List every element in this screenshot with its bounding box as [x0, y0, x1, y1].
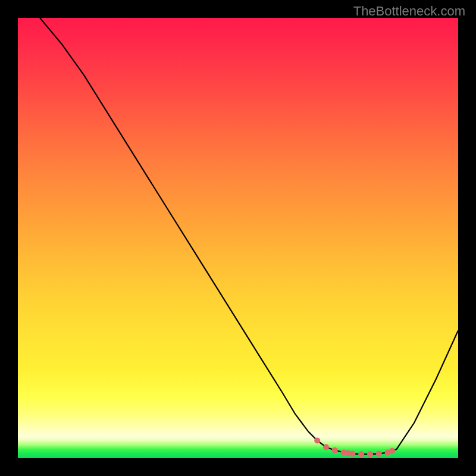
chart-svg — [18, 18, 458, 458]
optimal-marker-dot — [314, 437, 320, 443]
optimal-markers — [314, 437, 395, 457]
optimal-marker-dot — [367, 451, 373, 457]
optimal-marker-dot — [376, 451, 382, 457]
bottleneck-curve-path — [40, 18, 458, 454]
optimal-marker-dot — [389, 448, 395, 454]
optimal-marker-dot — [358, 451, 364, 457]
optimal-marker-dot — [332, 447, 338, 453]
plot-area — [18, 18, 458, 458]
optimal-marker-dot — [349, 451, 355, 457]
optimal-marker-dot — [323, 444, 329, 450]
watermark-text: TheBottleneck.com — [353, 4, 465, 19]
